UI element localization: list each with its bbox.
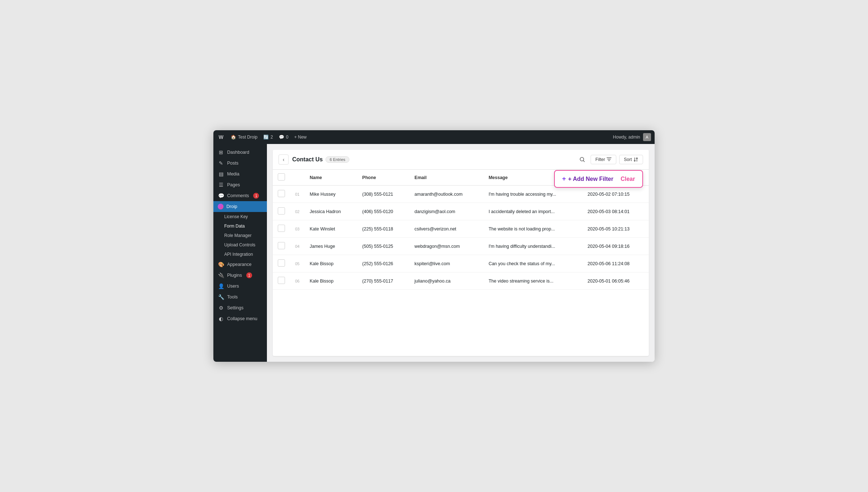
col-num — [290, 170, 305, 186]
row-name: Kate Winslet — [305, 220, 357, 238]
table-row[interactable]: 05 Kale Bissop (252) 555-0126 kspiteri@l… — [273, 255, 649, 272]
comments-icon: 💬 — [279, 135, 284, 140]
add-new-filter-button[interactable]: + + Add New Filter — [562, 175, 613, 183]
sidebar-item-settings[interactable]: ⚙ Settings — [213, 302, 267, 313]
sidebar-label-droip: Droip — [226, 204, 237, 209]
media-icon: ▤ — [218, 171, 224, 177]
row-name: Jessica Hadron — [305, 203, 357, 220]
filter-button[interactable]: Filter — [591, 155, 616, 164]
browser-window: W 🏠 Test Droip 🔄 2 💬 0 + New Howdy, admi… — [213, 130, 655, 362]
filter-dropdown: + + Add New Filter Clear — [554, 170, 643, 188]
row-message: The video streaming service is... — [484, 272, 583, 290]
search-icon — [579, 157, 585, 162]
sidebar-item-droip[interactable]: Droip — [213, 201, 267, 212]
card-header: ‹ Contact Us 6 Entries — [273, 150, 649, 170]
row-checkbox[interactable] — [278, 259, 285, 267]
api-integration-label: API Integration — [224, 252, 253, 257]
role-manager-label: Role Manager — [224, 233, 251, 238]
row-message: I'm having trouble accessing my... — [484, 186, 583, 203]
row-name: Mike Hussey — [305, 186, 357, 203]
submenu-role-manager[interactable]: Role Manager — [213, 231, 267, 240]
card-header-wrapper: ‹ Contact Us 6 Entries — [273, 150, 649, 170]
main-layout: ⊞ Dashboard ✎ Posts ▤ Media ☰ Pages 💬 Co… — [213, 144, 655, 362]
sidebar-item-posts[interactable]: ✎ Posts — [213, 158, 267, 169]
table-row[interactable]: 02 Jessica Hadron (406) 555-0120 danzigi… — [273, 203, 649, 220]
col-phone: Phone — [357, 170, 409, 186]
table-body: 01 Mike Hussey (308) 555-0121 amaranth@o… — [273, 186, 649, 290]
posts-icon: ✎ — [218, 160, 224, 166]
sidebar-item-collapse[interactable]: ◐ Collapse menu — [213, 313, 267, 324]
submenu-form-data[interactable]: Form Data — [213, 221, 267, 231]
row-num: 01 — [290, 186, 305, 203]
comments-nav-icon: 💬 — [218, 193, 224, 199]
sidebar-item-comments[interactable]: 💬 Comments 1 — [213, 190, 267, 201]
table-row[interactable]: 01 Mike Hussey (308) 555-0121 amaranth@o… — [273, 186, 649, 203]
sidebar-label-comments: Comments — [227, 193, 249, 198]
row-checkbox[interactable] — [278, 277, 285, 284]
submenu-upload-controls[interactable]: Upload Controls — [213, 240, 267, 250]
wp-logo-icon[interactable]: W — [217, 133, 225, 141]
submenu-license-key[interactable]: License Key — [213, 212, 267, 221]
submenu-api-integration[interactable]: API Integration — [213, 250, 267, 259]
sort-icon — [633, 157, 638, 162]
table-row[interactable]: 06 Kale Bissop (270) 555-0117 juliano@ya… — [273, 272, 649, 290]
row-email: webdragon@msn.com — [409, 238, 484, 255]
row-checkbox[interactable] — [278, 225, 285, 232]
row-phone: (505) 555-0125 — [357, 238, 409, 255]
row-num: 06 — [290, 272, 305, 290]
search-button[interactable] — [577, 154, 588, 165]
sidebar-item-dashboard[interactable]: ⊞ Dashboard — [213, 147, 267, 158]
sidebar-label-pages: Pages — [227, 182, 240, 187]
admin-bar-comments[interactable]: 💬 0 — [279, 135, 289, 140]
admin-bar-home[interactable]: 🏠 Test Droip — [231, 135, 258, 140]
row-name: James Huge — [305, 238, 357, 255]
avatar: A — [643, 133, 651, 141]
updates-icon: 🔄 — [263, 135, 269, 140]
row-checkbox-cell — [273, 203, 290, 220]
upload-controls-label: Upload Controls — [224, 242, 255, 247]
row-checkbox-cell — [273, 220, 290, 238]
row-checkbox-cell — [273, 255, 290, 272]
sidebar-item-users[interactable]: 👤 Users — [213, 281, 267, 292]
svg-line-1 — [583, 161, 584, 162]
table-row[interactable]: 03 Kate Winslet (225) 555-0118 csilvers@… — [273, 220, 649, 238]
table-row[interactable]: 04 James Huge (505) 555-0125 webdragon@m… — [273, 238, 649, 255]
row-date: 2020-05-01 06:05:46 — [583, 272, 649, 290]
sort-button[interactable]: Sort — [619, 155, 643, 164]
sidebar-label-plugins: Plugins — [227, 273, 242, 278]
row-phone: (406) 555-0120 — [357, 203, 409, 220]
sidebar-item-media[interactable]: ▤ Media — [213, 169, 267, 179]
clear-filter-button[interactable]: Clear — [621, 176, 635, 182]
back-button[interactable]: ‹ — [278, 154, 289, 165]
home-icon: 🏠 — [231, 135, 236, 140]
appearance-icon: 🎨 — [218, 262, 224, 267]
sidebar-label-media: Media — [227, 171, 239, 177]
row-date: 2020-05-02 07:10:15 — [583, 186, 649, 203]
row-checkbox[interactable] — [278, 207, 285, 215]
row-checkbox[interactable] — [278, 242, 285, 249]
row-checkbox[interactable] — [278, 190, 285, 197]
sidebar-item-plugins[interactable]: 🔌 Plugins 1 — [213, 270, 267, 281]
col-email: Email — [409, 170, 484, 186]
row-email: juliano@yahoo.ca — [409, 272, 484, 290]
admin-bar-updates[interactable]: 🔄 2 — [263, 135, 273, 140]
sort-label: Sort — [624, 157, 632, 162]
add-new-filter-label: + Add New Filter — [568, 176, 613, 182]
sidebar-item-pages[interactable]: ☰ Pages — [213, 179, 267, 190]
form-title: Contact Us — [292, 156, 323, 163]
row-name: Kale Bissop — [305, 272, 357, 290]
droip-submenu: License Key Form Data Role Manager Uploa… — [213, 212, 267, 259]
row-date: 2020-05-05 10:21:13 — [583, 220, 649, 238]
row-phone: (308) 555-0121 — [357, 186, 409, 203]
select-all-checkbox[interactable] — [278, 173, 285, 181]
sidebar-item-appearance[interactable]: 🎨 Appearance — [213, 259, 267, 270]
comments-badge: 1 — [253, 193, 259, 199]
collapse-icon: ◐ — [218, 316, 224, 322]
admin-bar-right: Howdy, admin A — [613, 133, 651, 141]
pages-icon: ☰ — [218, 182, 224, 188]
sidebar-item-tools[interactable]: 🔧 Tools — [213, 292, 267, 302]
row-phone: (252) 555-0126 — [357, 255, 409, 272]
admin-bar-new[interactable]: + New — [294, 135, 306, 140]
form-data-label: Form Data — [224, 224, 245, 229]
row-num: 03 — [290, 220, 305, 238]
